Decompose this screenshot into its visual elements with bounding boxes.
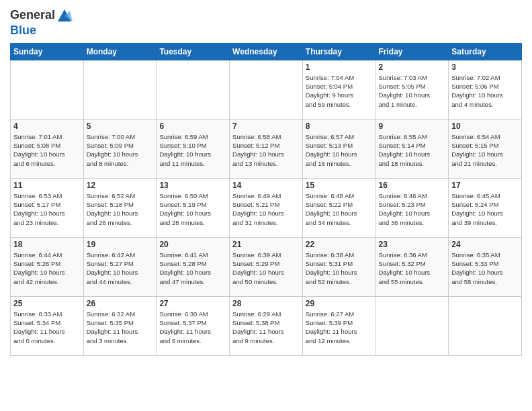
- weekday-header-row: SundayMondayTuesdayWednesdayThursdayFrid…: [11, 43, 522, 60]
- day-number: 18: [13, 240, 81, 249]
- calendar-week-row: 11Sunrise: 6:53 AM Sunset: 5:17 PM Dayli…: [11, 178, 522, 237]
- calendar-cell: 5Sunrise: 7:00 AM Sunset: 5:09 PM Daylig…: [83, 119, 157, 178]
- day-number: 2: [379, 62, 446, 72]
- calendar-cell: 19Sunrise: 6:42 AM Sunset: 5:27 PM Dayli…: [83, 237, 157, 296]
- day-number: 12: [87, 181, 154, 190]
- day-number: 17: [451, 181, 519, 190]
- day-number: 3: [451, 62, 519, 72]
- day-info: Sunrise: 6:54 AM Sunset: 5:15 PM Dayligh…: [451, 132, 519, 168]
- day-info: Sunrise: 6:59 AM Sunset: 5:10 PM Dayligh…: [159, 132, 226, 168]
- calendar-cell: 26Sunrise: 6:32 AM Sunset: 5:35 PM Dayli…: [83, 296, 157, 355]
- calendar-cell: 9Sunrise: 6:55 AM Sunset: 5:14 PM Daylig…: [375, 119, 449, 178]
- weekday-header: Sunday: [11, 43, 84, 60]
- day-info: Sunrise: 6:48 AM Sunset: 5:22 PM Dayligh…: [306, 191, 373, 227]
- day-number: 1: [306, 62, 373, 72]
- calendar-cell: 22Sunrise: 6:38 AM Sunset: 5:31 PM Dayli…: [302, 237, 375, 296]
- calendar-cell: 13Sunrise: 6:50 AM Sunset: 5:19 PM Dayli…: [157, 178, 230, 237]
- calendar-cell: 15Sunrise: 6:48 AM Sunset: 5:22 PM Dayli…: [302, 178, 375, 237]
- day-info: Sunrise: 6:46 AM Sunset: 5:23 PM Dayligh…: [379, 191, 446, 227]
- day-info: Sunrise: 6:52 AM Sunset: 5:18 PM Dayligh…: [87, 191, 154, 227]
- calendar-cell: [230, 60, 303, 119]
- day-number: 23: [379, 240, 446, 249]
- day-number: 7: [232, 122, 300, 131]
- day-info: Sunrise: 6:38 AM Sunset: 5:31 PM Dayligh…: [306, 250, 373, 286]
- calendar-cell: [449, 296, 522, 355]
- day-number: 9: [379, 122, 446, 131]
- calendar-table: SundayMondayTuesdayWednesdayThursdayFrid…: [10, 43, 522, 356]
- calendar-cell: 7Sunrise: 6:58 AM Sunset: 5:12 PM Daylig…: [230, 119, 303, 178]
- day-info: Sunrise: 6:45 AM Sunset: 5:24 PM Dayligh…: [451, 191, 519, 227]
- day-number: 15: [306, 181, 373, 190]
- calendar-cell: 25Sunrise: 6:33 AM Sunset: 5:34 PM Dayli…: [11, 296, 84, 355]
- day-info: Sunrise: 6:29 AM Sunset: 5:38 PM Dayligh…: [232, 310, 300, 345]
- day-number: 8: [306, 122, 373, 131]
- day-info: Sunrise: 6:33 AM Sunset: 5:34 PM Dayligh…: [13, 310, 81, 345]
- logo-text: General: [10, 9, 55, 22]
- calendar-cell: 12Sunrise: 6:52 AM Sunset: 5:18 PM Dayli…: [83, 178, 157, 237]
- calendar-cell: 4Sunrise: 7:01 AM Sunset: 5:08 PM Daylig…: [11, 119, 84, 178]
- calendar-cell: 10Sunrise: 6:54 AM Sunset: 5:15 PM Dayli…: [449, 119, 522, 178]
- day-info: Sunrise: 6:32 AM Sunset: 5:35 PM Dayligh…: [87, 310, 154, 345]
- calendar-cell: 11Sunrise: 6:53 AM Sunset: 5:17 PM Dayli…: [11, 178, 84, 237]
- calendar-cell: 16Sunrise: 6:46 AM Sunset: 5:23 PM Dayli…: [375, 178, 449, 237]
- day-number: 22: [306, 240, 373, 249]
- day-info: Sunrise: 6:30 AM Sunset: 5:37 PM Dayligh…: [159, 310, 226, 345]
- calendar-cell: 14Sunrise: 6:49 AM Sunset: 5:21 PM Dayli…: [230, 178, 303, 237]
- day-number: 6: [159, 122, 226, 131]
- weekday-header: Wednesday: [230, 43, 303, 60]
- day-number: 27: [159, 299, 226, 308]
- day-number: 13: [159, 181, 226, 190]
- day-info: Sunrise: 7:03 AM Sunset: 5:05 PM Dayligh…: [379, 73, 446, 109]
- calendar-cell: [83, 60, 157, 119]
- calendar-cell: 1Sunrise: 7:04 AM Sunset: 5:04 PM Daylig…: [302, 60, 375, 119]
- weekday-header: Monday: [83, 43, 157, 60]
- calendar-cell: 24Sunrise: 6:35 AM Sunset: 5:33 PM Dayli…: [449, 237, 522, 296]
- day-info: Sunrise: 7:04 AM Sunset: 5:04 PM Dayligh…: [306, 73, 373, 109]
- day-info: Sunrise: 6:36 AM Sunset: 5:32 PM Dayligh…: [379, 250, 446, 286]
- calendar-cell: 17Sunrise: 6:45 AM Sunset: 5:24 PM Dayli…: [449, 178, 522, 237]
- calendar-cell: 18Sunrise: 6:44 AM Sunset: 5:26 PM Dayli…: [11, 237, 84, 296]
- calendar-cell: 2Sunrise: 7:03 AM Sunset: 5:05 PM Daylig…: [375, 60, 449, 119]
- day-number: 14: [232, 181, 300, 190]
- weekday-header: Thursday: [302, 43, 375, 60]
- day-info: Sunrise: 6:57 AM Sunset: 5:13 PM Dayligh…: [306, 132, 373, 168]
- day-number: 21: [232, 240, 300, 249]
- day-info: Sunrise: 6:55 AM Sunset: 5:14 PM Dayligh…: [379, 132, 446, 168]
- calendar-week-row: 1Sunrise: 7:04 AM Sunset: 5:04 PM Daylig…: [11, 60, 522, 119]
- day-number: 5: [87, 122, 154, 131]
- calendar-cell: 27Sunrise: 6:30 AM Sunset: 5:37 PM Dayli…: [157, 296, 230, 355]
- day-info: Sunrise: 6:39 AM Sunset: 5:29 PM Dayligh…: [232, 250, 300, 286]
- calendar-cell: 28Sunrise: 6:29 AM Sunset: 5:38 PM Dayli…: [230, 296, 303, 355]
- day-info: Sunrise: 6:42 AM Sunset: 5:27 PM Dayligh…: [87, 250, 154, 286]
- calendar-cell: 3Sunrise: 7:02 AM Sunset: 5:06 PM Daylig…: [449, 60, 522, 119]
- day-info: Sunrise: 7:00 AM Sunset: 5:09 PM Dayligh…: [87, 132, 154, 168]
- day-info: Sunrise: 7:02 AM Sunset: 5:06 PM Dayligh…: [451, 73, 519, 109]
- day-info: Sunrise: 7:01 AM Sunset: 5:08 PM Dayligh…: [13, 132, 81, 168]
- header: General Blue: [10, 7, 522, 38]
- calendar-cell: 6Sunrise: 6:59 AM Sunset: 5:10 PM Daylig…: [157, 119, 230, 178]
- calendar-cell: [157, 60, 230, 119]
- day-info: Sunrise: 6:27 AM Sunset: 5:39 PM Dayligh…: [306, 310, 373, 345]
- day-number: 25: [13, 299, 81, 308]
- logo-blue-text: Blue: [10, 24, 36, 38]
- day-number: 29: [306, 299, 373, 308]
- page-container: General Blue SundayMondayTuesdayWednesda…: [0, 0, 532, 359]
- day-number: 19: [87, 240, 154, 249]
- day-info: Sunrise: 6:49 AM Sunset: 5:21 PM Dayligh…: [232, 191, 300, 227]
- day-number: 26: [87, 299, 154, 308]
- calendar-cell: [11, 60, 84, 119]
- logo-icon: [55, 7, 73, 24]
- calendar-week-row: 18Sunrise: 6:44 AM Sunset: 5:26 PM Dayli…: [11, 237, 522, 296]
- day-info: Sunrise: 6:53 AM Sunset: 5:17 PM Dayligh…: [13, 191, 81, 227]
- weekday-header: Saturday: [449, 43, 522, 60]
- weekday-header: Tuesday: [157, 43, 230, 60]
- calendar-cell: 20Sunrise: 6:41 AM Sunset: 5:28 PM Dayli…: [157, 237, 230, 296]
- calendar-cell: 29Sunrise: 6:27 AM Sunset: 5:39 PM Dayli…: [302, 296, 375, 355]
- day-number: 20: [159, 240, 226, 249]
- calendar-cell: 8Sunrise: 6:57 AM Sunset: 5:13 PM Daylig…: [302, 119, 375, 178]
- day-number: 10: [451, 122, 519, 131]
- calendar-week-row: 4Sunrise: 7:01 AM Sunset: 5:08 PM Daylig…: [11, 119, 522, 178]
- day-info: Sunrise: 6:58 AM Sunset: 5:12 PM Dayligh…: [232, 132, 300, 168]
- calendar-cell: [375, 296, 449, 355]
- day-number: 11: [13, 181, 81, 190]
